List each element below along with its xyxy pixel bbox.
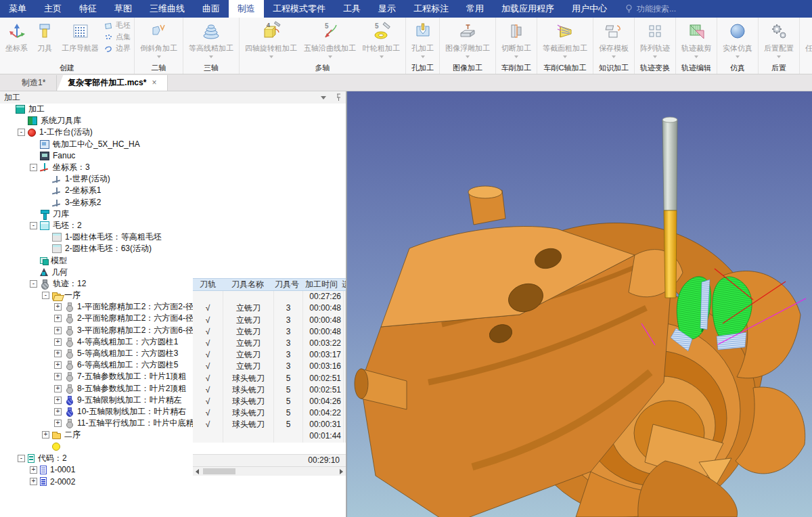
menu-item-5[interactable]: 曲面 bbox=[194, 0, 229, 18]
ribbon-button-4-0[interactable]: 孔加工 bbox=[408, 18, 437, 58]
ribbon-button-0-2[interactable]: 工序导航器 bbox=[58, 18, 102, 53]
scroll-left-icon[interactable] bbox=[196, 469, 199, 474]
ribbon-button-2-0[interactable]: 等高线精加工 bbox=[185, 18, 237, 58]
menu-item-10[interactable]: 工程标注 bbox=[405, 0, 457, 18]
collapse-icon[interactable]: - bbox=[30, 280, 37, 288]
ribbon-button-0-0[interactable]: 坐标系 bbox=[2, 18, 31, 53]
ribbon-button-5-0[interactable]: 图像浮雕加工 bbox=[442, 18, 493, 58]
ribbon-button-13-0[interactable]: 任务管理 bbox=[802, 18, 812, 53]
table-row-5[interactable]: √立铣刀300:03:17 bbox=[193, 349, 346, 361]
scrollbar-thumb[interactable] bbox=[203, 468, 235, 474]
ribbon-button-6-0[interactable]: 切断加工 bbox=[498, 18, 535, 58]
ribbon-button-3-2[interactable]: 5叶轮粗加工 bbox=[359, 18, 403, 58]
table-row-6[interactable]: √立铣刀300:03:16 bbox=[193, 361, 346, 372]
menu-item-9[interactable]: 显示 bbox=[369, 0, 405, 18]
tree-item-10[interactable]: -毛坯：2 bbox=[0, 220, 346, 231]
table-row-10[interactable]: √球头铣刀500:04:22 bbox=[193, 407, 346, 419]
tree-item-9[interactable]: 刀库 bbox=[0, 208, 346, 220]
table-cell: √ bbox=[193, 326, 223, 338]
expand-icon[interactable]: + bbox=[54, 338, 62, 346]
close-icon[interactable]: × bbox=[152, 75, 156, 91]
menu-item-13[interactable]: 用户中心 bbox=[563, 0, 616, 18]
menu-item-8[interactable]: 工具 bbox=[334, 0, 369, 18]
table-row-9[interactable]: √球头铣刀500:04:26 bbox=[193, 396, 346, 407]
tab-document-1[interactable]: 制造1* bbox=[11, 75, 57, 91]
tree-item-8[interactable]: 3-坐标系2 bbox=[0, 197, 346, 208]
tree-item-4[interactable]: Fanuc bbox=[0, 150, 346, 162]
expand-icon[interactable]: + bbox=[54, 385, 62, 392]
chevron-down-icon[interactable] bbox=[321, 96, 326, 99]
savetpl-icon bbox=[604, 19, 624, 43]
collapse-icon[interactable]: - bbox=[42, 292, 49, 299]
horizontal-scrollbar[interactable] bbox=[193, 466, 346, 476]
ribbon-small-0-0[interactable]: 毛坯 bbox=[104, 20, 131, 31]
tree-item-32[interactable]: +2-0002 bbox=[0, 476, 346, 487]
collapse-icon[interactable]: - bbox=[30, 164, 37, 171]
table-row-11[interactable]: √球头铣刀500:00:31 bbox=[193, 419, 346, 430]
table-row-7[interactable]: √球头铣刀500:02:51 bbox=[193, 373, 346, 384]
tree-item-3[interactable]: 铣加工中心_5X_HC_HA bbox=[0, 139, 346, 150]
expand-icon[interactable]: + bbox=[54, 327, 62, 334]
menu-item-12[interactable]: 加载应用程序 bbox=[493, 0, 563, 18]
expand-icon[interactable]: + bbox=[54, 397, 62, 404]
expand-icon[interactable]: + bbox=[54, 408, 62, 415]
tree-item-0[interactable]: 加工 bbox=[0, 104, 346, 115]
tree-item-14[interactable]: 几何 bbox=[0, 267, 346, 278]
ribbon-group-buttons: 任务管理 bbox=[802, 18, 812, 63]
menu-item-6[interactable]: 制造 bbox=[229, 0, 264, 18]
menu-item-0[interactable]: 菜单 bbox=[0, 0, 35, 18]
ribbon-button-3-0[interactable]: 4四轴旋转粗加工 bbox=[242, 18, 300, 58]
tree-item-12[interactable]: 2-圆柱体毛坯：63(活动) bbox=[0, 243, 346, 254]
ribbon-button-0-1[interactable]: 刀具 bbox=[31, 18, 58, 53]
expand-icon[interactable]: + bbox=[54, 350, 62, 357]
expand-icon[interactable]: + bbox=[54, 303, 62, 311]
menu-item-4[interactable]: 三维曲线 bbox=[141, 0, 194, 18]
tree-item-2[interactable]: -1-工作台(活动) bbox=[0, 127, 346, 138]
pin-icon[interactable] bbox=[336, 93, 342, 102]
menu-item-3[interactable]: 草图 bbox=[106, 0, 141, 18]
function-search[interactable]: 功能搜索... bbox=[625, 3, 676, 15]
viewport-3d[interactable] bbox=[346, 91, 812, 517]
table-row-3[interactable]: √立铣刀300:00:48 bbox=[193, 326, 346, 338]
table-row-13[interactable] bbox=[193, 443, 346, 454]
tree-item-6[interactable]: 1-世界(活动) bbox=[0, 173, 346, 185]
expand-icon[interactable]: + bbox=[54, 420, 62, 427]
ribbon-button-8-0[interactable]: 保存模板 bbox=[595, 18, 632, 58]
collapse-icon[interactable]: - bbox=[18, 455, 25, 462]
ribbon-small-0-2[interactable]: 边界 bbox=[104, 43, 131, 54]
table-row-12[interactable]: 00:01:44 bbox=[193, 430, 346, 442]
expand-icon[interactable]: + bbox=[54, 361, 62, 369]
menu-item-11[interactable]: 常用 bbox=[457, 0, 493, 18]
table-row-14[interactable]: 00:29:10 bbox=[193, 454, 346, 466]
menu-item-1[interactable]: 主页 bbox=[35, 0, 70, 18]
ribbon-button-9-0[interactable]: 阵列轨迹 bbox=[637, 18, 673, 58]
tree-item-1[interactable]: 系统刀具库 bbox=[0, 115, 346, 127]
expand-icon[interactable]: + bbox=[30, 466, 37, 474]
tree-item-7[interactable]: 2-坐标系1 bbox=[0, 185, 346, 196]
scroll-right-icon[interactable] bbox=[340, 469, 343, 474]
tab-document-2-active[interactable]: 复杂零部件加工.mcs* × bbox=[57, 75, 168, 91]
tree-item-11[interactable]: 1-圆柱体毛坯：等高粗毛坯 bbox=[0, 231, 346, 243]
menu-item-7[interactable]: 工程模式零件 bbox=[264, 0, 334, 18]
table-row-1[interactable]: √立铣刀300:00:48 bbox=[193, 302, 346, 314]
ribbon-button-11-0[interactable]: 实体仿真 bbox=[719, 18, 756, 58]
table-row-0[interactable]: 00:27:26 bbox=[193, 291, 346, 302]
ribbon-button-7-0[interactable]: 等截面粗加工 bbox=[539, 18, 591, 58]
expand-icon[interactable]: + bbox=[54, 315, 62, 322]
tree-item-13[interactable]: 模型 bbox=[0, 254, 346, 266]
ribbon-button-12-0[interactable]: 后置配置 bbox=[761, 18, 797, 58]
menu-item-2[interactable]: 特征 bbox=[70, 0, 106, 18]
tree-item-5[interactable]: -坐标系：3 bbox=[0, 162, 346, 173]
table-row-4[interactable]: √立铣刀300:03:22 bbox=[193, 338, 346, 349]
ribbon-button-1-0[interactable]: 倒斜角加工 bbox=[137, 18, 181, 58]
collapse-icon[interactable]: - bbox=[18, 129, 25, 136]
expand-icon[interactable]: + bbox=[30, 478, 37, 485]
ribbon-small-0-1[interactable]: 点集 bbox=[104, 31, 131, 43]
collapse-icon[interactable]: - bbox=[30, 222, 37, 229]
expand-icon[interactable]: + bbox=[42, 431, 49, 439]
expand-icon[interactable]: + bbox=[54, 373, 62, 380]
ribbon-button-3-1[interactable]: 5五轴沿曲线加工 bbox=[300, 18, 359, 58]
table-row-8[interactable]: √球头铣刀500:02:51 bbox=[193, 384, 346, 396]
table-row-2[interactable]: √立铣刀300:00:48 bbox=[193, 315, 346, 326]
ribbon-button-10-0[interactable]: 轨迹裁剪 bbox=[678, 18, 715, 58]
